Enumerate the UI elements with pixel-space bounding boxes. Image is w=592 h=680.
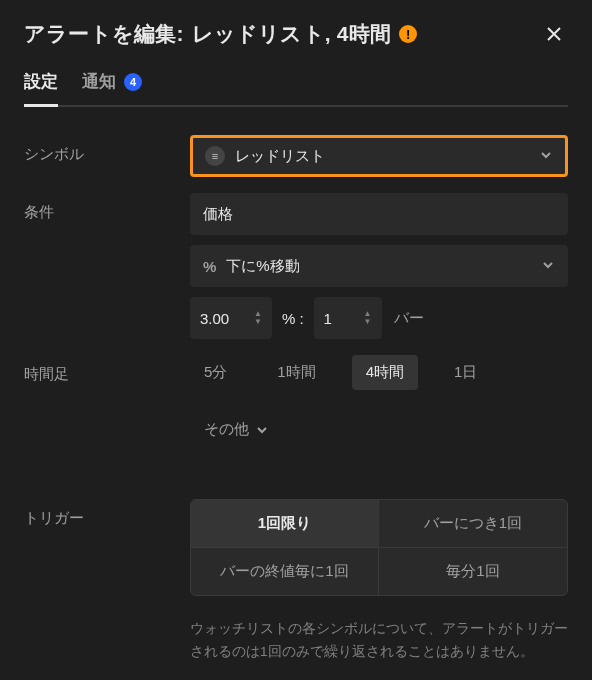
title-prefix: アラートを編集: bbox=[24, 20, 184, 48]
symbol-select[interactable]: ≡ レッドリスト bbox=[190, 135, 568, 177]
tab-settings[interactable]: 設定 bbox=[24, 70, 58, 105]
condition-target-select[interactable]: 価格 bbox=[190, 193, 568, 235]
percent-icon: % bbox=[203, 258, 216, 275]
condition-label: 条件 bbox=[24, 193, 174, 222]
chevron-down-icon bbox=[255, 423, 269, 437]
timeframe-more-label: その他 bbox=[204, 420, 249, 439]
trigger-opt-0[interactable]: 1回限り bbox=[191, 500, 379, 548]
dialog-title: アラートを編集: レッドリスト, 4時間 ! bbox=[24, 20, 417, 48]
trigger-opt-1[interactable]: バーにつき1回 bbox=[379, 500, 567, 548]
timeframe-opt-0[interactable]: 5分 bbox=[190, 355, 241, 390]
symbol-value: レッドリスト bbox=[235, 147, 325, 166]
chevron-down-icon bbox=[539, 148, 553, 165]
trigger-label: トリガー bbox=[24, 499, 174, 528]
condition-row: 条件 価格 % 下に%移動 ▲ ▼ % : bbox=[24, 193, 568, 339]
symbol-row: シンボル ≡ レッドリスト bbox=[24, 135, 568, 177]
close-button[interactable] bbox=[540, 20, 568, 48]
list-icon: ≡ bbox=[205, 146, 225, 166]
timeframe-opt-1[interactable]: 1時間 bbox=[263, 355, 329, 390]
symbol-label: シンボル bbox=[24, 135, 174, 164]
bar-unit-label: バー bbox=[394, 309, 424, 328]
percent-stepper[interactable]: ▲ ▼ bbox=[254, 310, 262, 326]
tab-settings-label: 設定 bbox=[24, 70, 58, 93]
condition-target-value: 価格 bbox=[203, 205, 233, 224]
timeframe-more[interactable]: その他 bbox=[190, 412, 283, 447]
edit-alert-dialog: アラートを編集: レッドリスト, 4時間 ! 設定 通知 4 シンボル ≡ レッ… bbox=[0, 0, 592, 680]
percent-input-field[interactable] bbox=[200, 310, 248, 327]
bars-input-field[interactable] bbox=[324, 310, 358, 327]
timeframe-opt-3[interactable]: 1日 bbox=[440, 355, 491, 390]
timeframe-label: 時間足 bbox=[24, 355, 174, 384]
condition-operator-select[interactable]: % 下に%移動 bbox=[190, 245, 568, 287]
trigger-note: ウォッチリストの各シンボルについて、アラートがトリガーされるのは1回のみで繰り返… bbox=[190, 618, 568, 664]
percent-value-input[interactable]: ▲ ▼ bbox=[190, 297, 272, 339]
warning-icon: ! bbox=[399, 25, 417, 43]
condition-operator-value: 下に%移動 bbox=[226, 257, 299, 276]
tabs: 設定 通知 4 bbox=[24, 70, 568, 107]
tab-notifications-label: 通知 bbox=[82, 70, 116, 93]
bars-stepper[interactable]: ▲ ▼ bbox=[364, 310, 372, 326]
tab-notifications[interactable]: 通知 4 bbox=[82, 70, 142, 105]
percent-separator: % : bbox=[282, 310, 304, 327]
timeframe-row: 時間足 5分 1時間 4時間 1日 その他 bbox=[24, 355, 568, 447]
timeframe-options: 5分 1時間 4時間 1日 その他 bbox=[190, 355, 568, 447]
timeframe-opt-2[interactable]: 4時間 bbox=[352, 355, 418, 390]
step-down-icon[interactable]: ▼ bbox=[364, 318, 372, 326]
dialog-header: アラートを編集: レッドリスト, 4時間 ! bbox=[24, 20, 568, 48]
step-down-icon[interactable]: ▼ bbox=[254, 318, 262, 326]
trigger-row: トリガー 1回限り バーにつき1回 バーの終値毎に1回 毎分1回 ウォッチリスト… bbox=[24, 499, 568, 664]
title-name: レッドリスト, 4時間 bbox=[192, 20, 392, 48]
chevron-down-icon bbox=[541, 258, 555, 275]
condition-values-line: ▲ ▼ % : ▲ ▼ バー bbox=[190, 297, 568, 339]
trigger-opt-3[interactable]: 毎分1回 bbox=[379, 548, 567, 595]
close-icon bbox=[545, 25, 563, 43]
trigger-options: 1回限り バーにつき1回 バーの終値毎に1回 毎分1回 bbox=[190, 499, 568, 596]
trigger-opt-2[interactable]: バーの終値毎に1回 bbox=[191, 548, 379, 595]
bars-value-input[interactable]: ▲ ▼ bbox=[314, 297, 382, 339]
notifications-badge: 4 bbox=[124, 73, 142, 91]
